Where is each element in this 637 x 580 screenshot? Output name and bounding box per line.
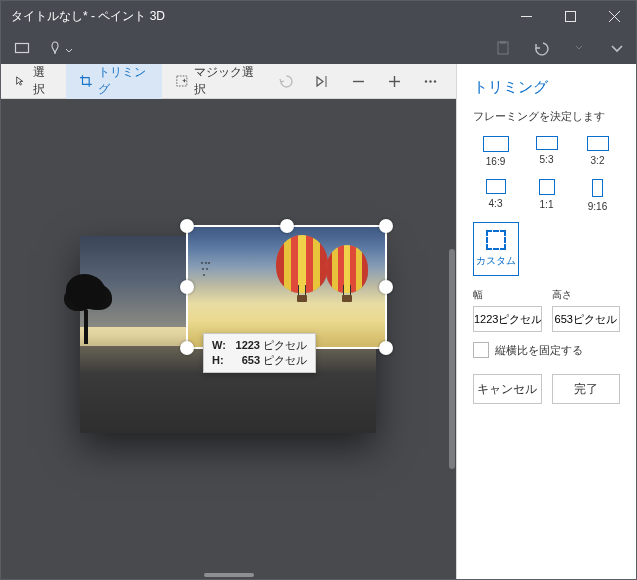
tool-select-label: 選択: [33, 64, 53, 98]
birds-icon: ˅ ˅˅ ˅ ˅ ˅: [200, 263, 210, 281]
side-panel: トリミング フレーミングを決定します 16:9 5:3 3:2 4:3 1:1 …: [456, 64, 636, 579]
width-label: 幅: [473, 288, 542, 302]
lock-aspect-checkbox[interactable]: [473, 342, 489, 358]
paste-button[interactable]: [492, 35, 514, 61]
svg-point-10: [429, 80, 431, 82]
svg-rect-3: [500, 41, 506, 44]
zoom-in-button[interactable]: [376, 64, 412, 99]
cursor-icon: [15, 74, 27, 88]
titlebar: タイトルなし* - ペイント 3D: [1, 1, 636, 31]
magic-select-icon: [176, 74, 188, 88]
tool-magic-select[interactable]: マジック選択: [162, 64, 268, 99]
done-button[interactable]: 完了: [552, 374, 621, 404]
cancel-button[interactable]: キャンセル: [473, 374, 542, 404]
height-label: 高さ: [552, 288, 621, 302]
crop-frame[interactable]: ˅ ˅˅ ˅ ˅ ˅ ↔: [186, 225, 387, 349]
tool-select[interactable]: 選択: [1, 64, 66, 99]
flip-button[interactable]: [304, 64, 340, 99]
balloon-1: [276, 235, 328, 302]
bottom-resize-handle[interactable]: [204, 573, 254, 577]
canvas-area[interactable]: ˅ ˅˅ ˅ ˅ ˅ ↔: [1, 99, 456, 579]
ratio-1-1[interactable]: 1:1: [524, 175, 569, 216]
balloon-2: [326, 245, 368, 302]
panel-subtitle: フレーミングを決定します: [457, 105, 636, 132]
crop-handle-nw[interactable]: [180, 219, 194, 233]
image-tree: [61, 274, 111, 344]
tool-crop[interactable]: トリミング: [66, 64, 162, 99]
scrollbar-thumb[interactable]: [449, 249, 455, 469]
aspect-ratio-grid: 16:9 5:3 3:2 4:3 1:1 9:16: [457, 132, 636, 216]
crop-handle-w[interactable]: [180, 280, 194, 294]
svg-rect-1: [16, 43, 29, 52]
custom-ratio-icon: [486, 230, 506, 250]
crop-handle-sw[interactable]: [180, 341, 194, 355]
ratio-3-2[interactable]: 3:2: [575, 132, 620, 171]
maximize-button[interactable]: [548, 1, 592, 31]
lock-aspect-row[interactable]: 縦横比を固定する: [457, 332, 636, 358]
redo-dropdown[interactable]: [568, 35, 590, 61]
left-pane: 選択 トリミング マジック選択: [1, 64, 456, 579]
app-window: タイトルなし* - ペイント 3D 選択 ト: [0, 0, 637, 580]
close-button[interactable]: [592, 1, 636, 31]
height-input[interactable]: [552, 306, 621, 332]
ratio-9-16[interactable]: 9:16: [575, 175, 620, 216]
undo-button[interactable]: [530, 35, 552, 61]
crop-icon: [80, 74, 92, 88]
window-title: タイトルなし* - ペイント 3D: [1, 8, 504, 25]
crop-handle-se[interactable]: [379, 341, 393, 355]
ribbon: [1, 31, 636, 64]
menu-button[interactable]: [9, 35, 35, 61]
expand-button[interactable]: [606, 35, 628, 61]
svg-rect-4: [177, 76, 187, 86]
tool-magic-label: マジック選択: [194, 64, 254, 98]
crop-handle-e[interactable]: [379, 280, 393, 294]
crop-content: ˅ ˅˅ ˅ ˅ ˅: [188, 227, 385, 347]
selection-toolbar: 選択 トリミング マジック選択: [1, 64, 456, 99]
lock-aspect-label: 縦横比を固定する: [495, 343, 583, 358]
tool-crop-label: トリミング: [98, 64, 148, 98]
ratio-4-3[interactable]: 4:3: [473, 175, 518, 216]
width-input[interactable]: [473, 306, 542, 332]
ratio-custom-label: カスタム: [476, 254, 516, 268]
dimension-tooltip: W:1223ピクセルH:653ピクセル: [203, 333, 316, 373]
crop-handle-n[interactable]: [280, 219, 294, 233]
svg-point-11: [433, 80, 435, 82]
content: 選択 トリミング マジック選択: [1, 64, 636, 579]
zoom-out-button[interactable]: [340, 64, 376, 99]
panel-title: トリミング: [457, 64, 636, 105]
rotate-button[interactable]: [268, 64, 304, 99]
brushes-button[interactable]: [47, 35, 73, 61]
vertical-scrollbar[interactable]: [447, 99, 456, 579]
ratio-16-9[interactable]: 16:9: [473, 132, 518, 171]
minimize-button[interactable]: [504, 1, 548, 31]
ratio-5-3[interactable]: 5:3: [524, 132, 569, 171]
more-button[interactable]: [412, 64, 448, 99]
ratio-custom[interactable]: カスタム: [473, 222, 519, 276]
svg-point-9: [424, 80, 426, 82]
crop-handle-ne[interactable]: [379, 219, 393, 233]
svg-rect-0: [565, 11, 575, 21]
